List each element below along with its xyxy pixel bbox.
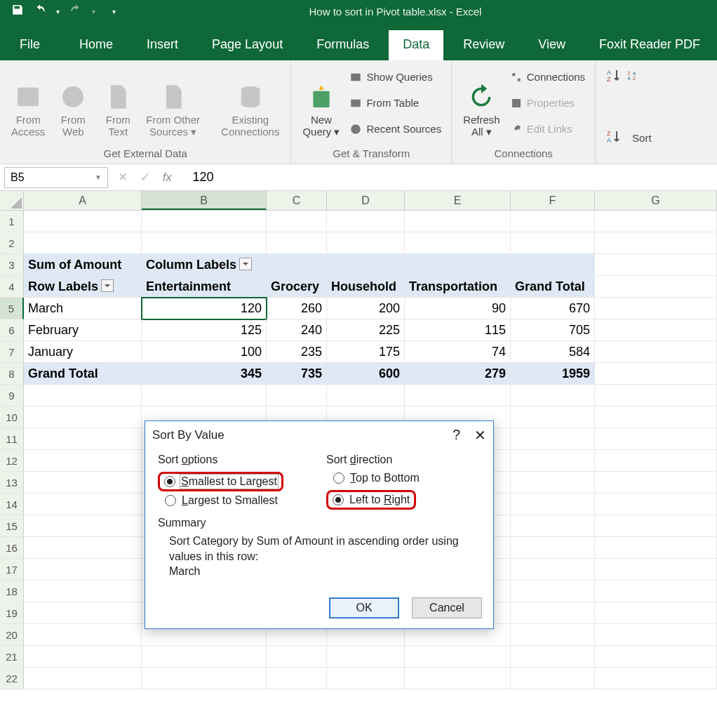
cell-B22[interactable]	[142, 668, 267, 689]
row-head-1[interactable]: 1	[0, 211, 24, 232]
cell-F4[interactable]: Grand Total	[511, 276, 595, 298]
cell-G11[interactable]	[595, 428, 717, 450]
tab-foxit[interactable]: Foxit Reader PDF	[585, 30, 714, 60]
cell-A5[interactable]: March	[24, 298, 142, 319]
from-access-button[interactable]: From Access	[6, 63, 51, 140]
cell-F6[interactable]: 705	[511, 319, 595, 341]
select-all-triangle[interactable]	[0, 191, 24, 211]
cell-A20[interactable]	[24, 624, 142, 646]
cell-A12[interactable]	[24, 450, 142, 472]
cell-A13[interactable]	[24, 472, 142, 494]
cell-G5[interactable]	[595, 298, 717, 319]
row-head-5[interactable]: 5	[0, 298, 24, 319]
dialog-close-button[interactable]: ✕	[474, 427, 486, 444]
cell-F18[interactable]	[511, 581, 595, 602]
row-head-14[interactable]: 14	[0, 494, 24, 515]
enter-formula-icon[interactable]: ✓	[140, 170, 150, 185]
cell-G10[interactable]	[595, 406, 717, 428]
row-head-3[interactable]: 3	[0, 254, 24, 276]
cell-B7[interactable]: 100	[142, 341, 267, 363]
cell-E2[interactable]	[405, 232, 511, 254]
cell-F9[interactable]	[511, 385, 595, 406]
cell-E21[interactable]	[405, 646, 511, 668]
cell-G18[interactable]	[595, 581, 717, 602]
undo-dropdown-icon[interactable]: ▾	[56, 8, 60, 15]
cell-D1[interactable]	[327, 211, 405, 232]
col-head-B[interactable]: B	[142, 191, 267, 210]
opt-left-to-right[interactable]: Left to Right	[333, 494, 410, 506]
pivot-dropdown-icon[interactable]	[101, 279, 114, 292]
ok-button[interactable]: OK	[329, 597, 399, 618]
cell-D4[interactable]: Household	[327, 276, 405, 298]
col-head-D[interactable]: D	[327, 191, 405, 210]
from-table-button[interactable]: From Table	[349, 92, 441, 114]
undo-icon[interactable]	[34, 4, 46, 20]
row-head-8[interactable]: 8	[0, 363, 24, 385]
cell-D3[interactable]	[327, 254, 405, 276]
cell-A8[interactable]: Grand Total	[24, 363, 142, 385]
cell-E4[interactable]: Transportation	[405, 276, 511, 298]
fx-icon[interactable]: fx	[163, 171, 171, 184]
cell-D22[interactable]	[327, 668, 405, 689]
row-head-10[interactable]: 10	[0, 406, 24, 428]
cell-G16[interactable]	[595, 537, 717, 559]
cell-E6[interactable]: 115	[405, 319, 511, 341]
cell-A3[interactable]: Sum of Amount	[24, 254, 142, 276]
opt-smallest-to-largest[interactable]: Smallest to Largest	[164, 475, 277, 488]
cell-E8[interactable]: 279	[405, 363, 511, 385]
pivot-dropdown-icon[interactable]	[239, 258, 252, 270]
cell-E3[interactable]	[405, 254, 511, 276]
row-head-9[interactable]: 9	[0, 385, 24, 406]
cell-G7[interactable]	[595, 341, 717, 363]
cell-A1[interactable]	[24, 211, 142, 232]
cell-D5[interactable]: 200	[327, 298, 405, 319]
cell-B8[interactable]: 345	[142, 363, 267, 385]
cell-F17[interactable]	[511, 559, 595, 581]
cell-C3[interactable]	[267, 254, 327, 276]
cell-D6[interactable]: 225	[327, 319, 405, 341]
existing-connections-button[interactable]: Existing Connections	[215, 63, 285, 140]
cell-A7[interactable]: January	[24, 341, 142, 363]
cell-C4[interactable]: Grocery	[267, 276, 327, 298]
connections-button[interactable]: Connections	[510, 66, 585, 88]
cell-B1[interactable]	[142, 211, 267, 232]
cell-B5[interactable]: 120	[142, 298, 267, 319]
save-icon[interactable]	[11, 4, 24, 20]
sort-az-button[interactable]: AZ	[605, 67, 622, 86]
properties-button[interactable]: Properties	[510, 92, 585, 114]
sort-za-button[interactable]: ZA	[605, 128, 622, 147]
cell-C2[interactable]	[267, 232, 327, 254]
cell-D2[interactable]	[327, 232, 405, 254]
cell-B4[interactable]: Entertainment	[142, 276, 267, 298]
row-head-12[interactable]: 12	[0, 450, 24, 472]
cell-A4[interactable]: Row Labels	[24, 276, 142, 298]
cell-F19[interactable]	[511, 602, 595, 624]
cell-G15[interactable]	[595, 515, 717, 537]
cell-C21[interactable]	[267, 646, 327, 668]
row-head-20[interactable]: 20	[0, 624, 24, 646]
cell-F10[interactable]	[511, 406, 595, 428]
edit-links-button[interactable]: Edit Links	[510, 118, 585, 140]
cell-F11[interactable]	[511, 428, 595, 450]
cell-G20[interactable]	[595, 624, 717, 646]
cell-G12[interactable]	[595, 450, 717, 472]
show-queries-button[interactable]: Show Queries	[349, 66, 441, 88]
cell-G4[interactable]	[595, 276, 717, 298]
col-head-C[interactable]: C	[267, 191, 327, 210]
row-head-18[interactable]: 18	[0, 581, 24, 602]
name-box[interactable]: B5▼	[4, 167, 108, 188]
col-head-A[interactable]: A	[24, 191, 142, 210]
formula-value[interactable]: 120	[192, 170, 213, 185]
redo-icon[interactable]	[69, 4, 82, 20]
cell-G17[interactable]	[595, 559, 717, 581]
row-head-22[interactable]: 22	[0, 668, 24, 689]
cell-E5[interactable]: 90	[405, 298, 511, 319]
cell-F5[interactable]: 670	[511, 298, 595, 319]
col-head-G[interactable]: G	[595, 191, 717, 210]
opt-top-to-bottom[interactable]: Top to Bottom	[333, 472, 481, 484]
sort-dialog-button[interactable]: ZAAZ	[626, 67, 643, 86]
tab-view[interactable]: View	[524, 30, 579, 60]
cell-F16[interactable]	[511, 537, 595, 559]
cell-A19[interactable]	[24, 602, 142, 624]
row-head-6[interactable]: 6	[0, 319, 24, 341]
